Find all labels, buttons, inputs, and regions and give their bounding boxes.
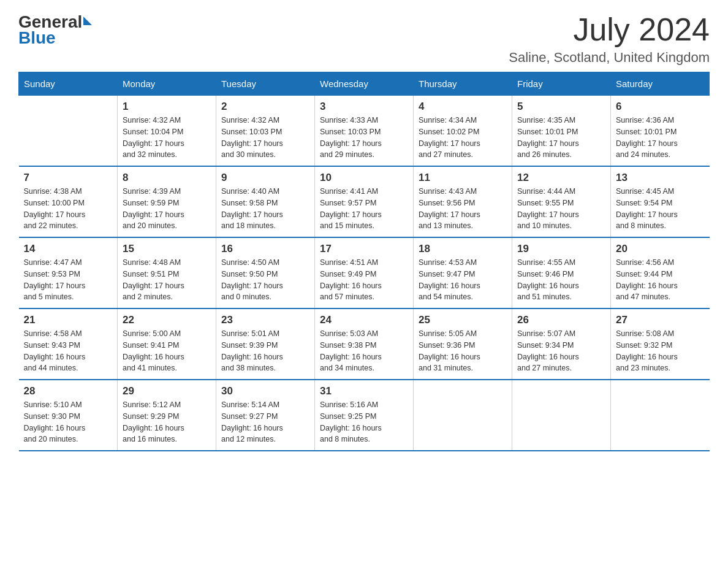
calendar-day-cell: 14Sunrise: 4:47 AM Sunset: 9:53 PM Dayli… — [19, 237, 118, 308]
calendar-day-cell: 25Sunrise: 5:05 AM Sunset: 9:36 PM Dayli… — [414, 308, 512, 380]
calendar-day-cell: 27Sunrise: 5:08 AM Sunset: 9:32 PM Dayli… — [611, 308, 710, 380]
calendar-header-cell: Wednesday — [315, 72, 414, 96]
calendar-day-cell — [19, 96, 118, 167]
calendar-day-cell: 4Sunrise: 4:34 AM Sunset: 10:02 PM Dayli… — [414, 96, 512, 167]
calendar-day-cell — [512, 380, 611, 451]
day-info: Sunrise: 4:36 AM Sunset: 10:01 PM Daylig… — [616, 115, 705, 161]
calendar-day-cell: 3Sunrise: 4:33 AM Sunset: 10:03 PM Dayli… — [315, 96, 414, 167]
calendar-table: SundayMondayTuesdayWednesdayThursdayFrid… — [18, 72, 710, 451]
day-number: 31 — [320, 385, 408, 397]
day-info: Sunrise: 4:58 AM Sunset: 9:43 PM Dayligh… — [24, 328, 113, 374]
day-info: Sunrise: 4:35 AM Sunset: 10:01 PM Daylig… — [517, 115, 605, 161]
calendar-day-cell: 20Sunrise: 4:56 AM Sunset: 9:44 PM Dayli… — [611, 237, 710, 308]
calendar-day-cell: 21Sunrise: 4:58 AM Sunset: 9:43 PM Dayli… — [19, 308, 118, 380]
day-number: 22 — [123, 314, 211, 326]
day-info: Sunrise: 4:45 AM Sunset: 9:54 PM Dayligh… — [616, 186, 705, 232]
day-number: 25 — [419, 314, 507, 326]
day-info: Sunrise: 4:33 AM Sunset: 10:03 PM Daylig… — [320, 115, 408, 161]
calendar-day-cell: 9Sunrise: 4:40 AM Sunset: 9:58 PM Daylig… — [216, 166, 315, 237]
day-number: 18 — [419, 243, 507, 255]
day-number: 3 — [320, 101, 408, 113]
day-info: Sunrise: 4:32 AM Sunset: 10:03 PM Daylig… — [221, 115, 309, 161]
day-number: 19 — [517, 243, 605, 255]
day-number: 6 — [616, 101, 705, 113]
day-number: 17 — [320, 243, 408, 255]
day-number: 11 — [419, 172, 507, 184]
day-number: 15 — [123, 243, 211, 255]
day-info: Sunrise: 5:12 AM Sunset: 9:29 PM Dayligh… — [123, 399, 211, 445]
day-number: 21 — [24, 314, 113, 326]
calendar-day-cell — [611, 380, 710, 451]
calendar-day-cell: 8Sunrise: 4:39 AM Sunset: 9:59 PM Daylig… — [118, 166, 216, 237]
day-number: 24 — [320, 314, 408, 326]
month-title: July 2024 — [509, 12, 710, 47]
day-info: Sunrise: 4:48 AM Sunset: 9:51 PM Dayligh… — [123, 257, 211, 303]
calendar-day-cell: 18Sunrise: 4:53 AM Sunset: 9:47 PM Dayli… — [414, 237, 512, 308]
calendar-day-cell: 29Sunrise: 5:12 AM Sunset: 9:29 PM Dayli… — [118, 380, 216, 451]
calendar-day-cell: 15Sunrise: 4:48 AM Sunset: 9:51 PM Dayli… — [118, 237, 216, 308]
calendar-header-cell: Monday — [118, 72, 216, 96]
day-info: Sunrise: 5:16 AM Sunset: 9:25 PM Dayligh… — [320, 399, 408, 445]
day-info: Sunrise: 4:44 AM Sunset: 9:55 PM Dayligh… — [517, 186, 605, 232]
day-info: Sunrise: 4:51 AM Sunset: 9:49 PM Dayligh… — [320, 257, 408, 303]
day-number: 23 — [221, 314, 309, 326]
calendar-week-row: 21Sunrise: 4:58 AM Sunset: 9:43 PM Dayli… — [19, 308, 710, 380]
day-info: Sunrise: 5:08 AM Sunset: 9:32 PM Dayligh… — [616, 328, 705, 374]
day-number: 9 — [221, 172, 309, 184]
calendar-day-cell: 24Sunrise: 5:03 AM Sunset: 9:38 PM Dayli… — [315, 308, 414, 380]
day-number: 8 — [123, 172, 211, 184]
calendar-body: 1Sunrise: 4:32 AM Sunset: 10:04 PM Dayli… — [19, 96, 710, 451]
day-info: Sunrise: 5:01 AM Sunset: 9:39 PM Dayligh… — [221, 328, 309, 374]
day-info: Sunrise: 4:43 AM Sunset: 9:56 PM Dayligh… — [419, 186, 507, 232]
day-info: Sunrise: 5:07 AM Sunset: 9:34 PM Dayligh… — [517, 328, 605, 374]
day-info: Sunrise: 5:00 AM Sunset: 9:41 PM Dayligh… — [123, 328, 211, 374]
title-block: July 2024 Saline, Scotland, United Kingd… — [509, 12, 710, 66]
day-info: Sunrise: 4:47 AM Sunset: 9:53 PM Dayligh… — [24, 257, 113, 303]
day-info: Sunrise: 4:34 AM Sunset: 10:02 PM Daylig… — [419, 115, 507, 161]
day-number: 28 — [24, 385, 113, 397]
day-number: 13 — [616, 172, 705, 184]
day-info: Sunrise: 5:05 AM Sunset: 9:36 PM Dayligh… — [419, 328, 507, 374]
day-info: Sunrise: 5:10 AM Sunset: 9:30 PM Dayligh… — [24, 399, 113, 445]
calendar-day-cell: 30Sunrise: 5:14 AM Sunset: 9:27 PM Dayli… — [216, 380, 315, 451]
day-number: 14 — [24, 243, 113, 255]
calendar-day-cell: 22Sunrise: 5:00 AM Sunset: 9:41 PM Dayli… — [118, 308, 216, 380]
calendar-day-cell: 26Sunrise: 5:07 AM Sunset: 9:34 PM Dayli… — [512, 308, 611, 380]
day-number: 5 — [517, 101, 605, 113]
calendar-day-cell: 2Sunrise: 4:32 AM Sunset: 10:03 PM Dayli… — [216, 96, 315, 167]
day-info: Sunrise: 4:56 AM Sunset: 9:44 PM Dayligh… — [616, 257, 705, 303]
calendar-day-cell: 16Sunrise: 4:50 AM Sunset: 9:50 PM Dayli… — [216, 237, 315, 308]
day-info: Sunrise: 4:38 AM Sunset: 10:00 PM Daylig… — [24, 186, 113, 232]
day-info: Sunrise: 4:40 AM Sunset: 9:58 PM Dayligh… — [221, 186, 309, 232]
calendar-day-cell — [414, 380, 512, 451]
calendar-day-cell: 7Sunrise: 4:38 AM Sunset: 10:00 PM Dayli… — [19, 166, 118, 237]
day-info: Sunrise: 4:50 AM Sunset: 9:50 PM Dayligh… — [221, 257, 309, 303]
calendar-day-cell: 23Sunrise: 5:01 AM Sunset: 9:39 PM Dayli… — [216, 308, 315, 380]
day-number: 27 — [616, 314, 705, 326]
day-number: 26 — [517, 314, 605, 326]
day-info: Sunrise: 4:39 AM Sunset: 9:59 PM Dayligh… — [123, 186, 211, 232]
calendar-day-cell: 31Sunrise: 5:16 AM Sunset: 9:25 PM Dayli… — [315, 380, 414, 451]
day-info: Sunrise: 4:32 AM Sunset: 10:04 PM Daylig… — [123, 115, 211, 161]
calendar-header-cell: Tuesday — [216, 72, 315, 96]
day-info: Sunrise: 4:53 AM Sunset: 9:47 PM Dayligh… — [419, 257, 507, 303]
calendar-header-cell: Sunday — [19, 72, 118, 96]
calendar-week-row: 1Sunrise: 4:32 AM Sunset: 10:04 PM Dayli… — [19, 96, 710, 167]
day-info: Sunrise: 5:03 AM Sunset: 9:38 PM Dayligh… — [320, 328, 408, 374]
page-header: General Blue July 2024 Saline, Scotland,… — [18, 12, 710, 66]
calendar-day-cell: 5Sunrise: 4:35 AM Sunset: 10:01 PM Dayli… — [512, 96, 611, 167]
calendar-day-cell: 1Sunrise: 4:32 AM Sunset: 10:04 PM Dayli… — [118, 96, 216, 167]
calendar-day-cell: 11Sunrise: 4:43 AM Sunset: 9:56 PM Dayli… — [414, 166, 512, 237]
day-info: Sunrise: 5:14 AM Sunset: 9:27 PM Dayligh… — [221, 399, 309, 445]
calendar-day-cell: 19Sunrise: 4:55 AM Sunset: 9:46 PM Dayli… — [512, 237, 611, 308]
day-number: 1 — [123, 101, 211, 113]
location-title: Saline, Scotland, United Kingdom — [509, 50, 710, 66]
calendar-day-cell: 28Sunrise: 5:10 AM Sunset: 9:30 PM Dayli… — [19, 380, 118, 451]
calendar-day-cell: 17Sunrise: 4:51 AM Sunset: 9:49 PM Dayli… — [315, 237, 414, 308]
calendar-day-cell: 10Sunrise: 4:41 AM Sunset: 9:57 PM Dayli… — [315, 166, 414, 237]
day-number: 10 — [320, 172, 408, 184]
calendar-header-cell: Thursday — [414, 72, 512, 96]
calendar-week-row: 14Sunrise: 4:47 AM Sunset: 9:53 PM Dayli… — [19, 237, 710, 308]
calendar-week-row: 7Sunrise: 4:38 AM Sunset: 10:00 PM Dayli… — [19, 166, 710, 237]
day-number: 2 — [221, 101, 309, 113]
